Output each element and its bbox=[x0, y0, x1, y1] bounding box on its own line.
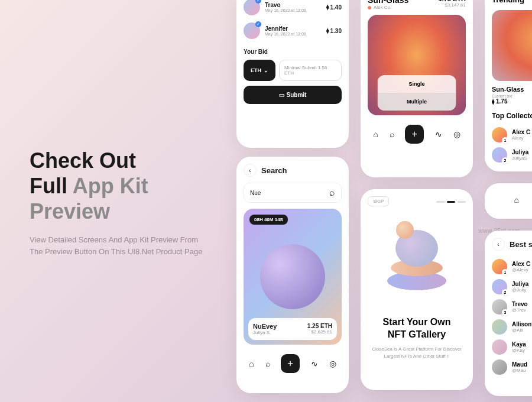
profile-icon[interactable]: ◎ bbox=[329, 359, 336, 368]
best-sellers-screen: ‹ Best sellers 1Alex C@Alexy 2Juliya@Jul… bbox=[485, 231, 532, 396]
collector-row[interactable]: 1 Alex CAlexy bbox=[492, 125, 532, 145]
item-title: Sun-Glass bbox=[368, 0, 408, 5]
nft-author: Juliya S. bbox=[253, 330, 277, 335]
hero-title: Check Out Full App Kit Preview bbox=[30, 148, 213, 225]
author-dot-icon bbox=[368, 6, 371, 9]
search-icon[interactable]: ⌕ bbox=[265, 359, 270, 368]
seller-handle: @Alli bbox=[512, 328, 531, 333]
seller-row[interactable]: Allison@Alli bbox=[492, 317, 532, 337]
submit-button[interactable]: ▭Submit bbox=[244, 86, 342, 104]
seller-name: Maud bbox=[512, 361, 527, 368]
seller-handle: @Kay bbox=[512, 348, 526, 353]
detail-screen: Sun-Glass Alex Co. 1.75 ETH $3,147.61 Si… bbox=[361, 0, 473, 177]
nft-name: NuEvey bbox=[253, 323, 277, 330]
menu-multiple[interactable]: Multiple bbox=[378, 93, 456, 111]
activity-icon[interactable]: ∿ bbox=[311, 359, 318, 368]
search-icon: ⌕ bbox=[329, 187, 335, 198]
rank-badge: 3 bbox=[502, 309, 508, 316]
page-title: Search bbox=[261, 166, 287, 175]
bid-amount-input[interactable]: Minimal Submit 1.56 ETH bbox=[279, 60, 342, 81]
collector-name: Alex C bbox=[512, 129, 530, 135]
tabbar-screen: ⌂ ⌕ bbox=[485, 183, 532, 219]
home-icon[interactable]: ⌂ bbox=[373, 129, 378, 139]
seller-row[interactable]: 2Juliya@Juliy bbox=[492, 277, 532, 297]
page-dot bbox=[447, 201, 455, 203]
search-box[interactable]: ⌕ bbox=[244, 183, 342, 203]
bid-price: ⧫1.30 bbox=[326, 28, 342, 34]
avatar-icon bbox=[492, 319, 507, 335]
seller-name: Alex C bbox=[512, 261, 530, 267]
seller-handle: @Alexy bbox=[512, 267, 530, 273]
menu-single[interactable]: Single bbox=[378, 75, 456, 93]
hero-subtitle: View Detailed Screens And App Kit Previe… bbox=[30, 234, 213, 259]
add-button[interactable]: + bbox=[281, 354, 300, 373]
seller-handle: @Juliy bbox=[512, 287, 528, 293]
onboarding-illustration bbox=[368, 212, 466, 307]
hero-copy: Check Out Full App Kit Preview View Deta… bbox=[30, 148, 213, 258]
bid-price: ⧫1.40 bbox=[326, 4, 342, 11]
avatar-icon bbox=[244, 22, 260, 39]
trending-item-name: Sun-Glass bbox=[492, 86, 532, 93]
bid-date: May 16, 2022 at 12:08 bbox=[265, 32, 322, 36]
page-title: Best sellers bbox=[510, 240, 532, 249]
seller-row[interactable]: 3Trevo@Trev bbox=[492, 297, 532, 317]
seller-handle: @Mau bbox=[512, 368, 527, 373]
bid-screen: Travo May 16, 2022 at 12:08 ⧫1.40 Jennif… bbox=[236, 0, 349, 148]
item-author: Alex Co. bbox=[368, 5, 408, 10]
section-title: Trending bbox=[492, 0, 532, 4]
onboarding-subtitle: CloseSea Is A Great Platform For Discove… bbox=[368, 346, 466, 360]
seller-name: Trevo bbox=[512, 301, 528, 307]
rank-badge: 2 bbox=[502, 157, 508, 164]
collector-handle: JuliyaS bbox=[512, 155, 528, 161]
search-icon[interactable]: ⌕ bbox=[390, 129, 394, 139]
rank-badge: 1 bbox=[502, 269, 508, 275]
nft-artwork bbox=[260, 244, 325, 309]
add-button[interactable]: + bbox=[405, 125, 424, 144]
wallet-icon: ▭ bbox=[279, 92, 284, 98]
bid-row: Jennifer May 16, 2022 at 12:08 ⧫1.30 bbox=[244, 19, 342, 43]
currency-select[interactable]: ETH⌄ bbox=[244, 60, 275, 81]
avatar-icon bbox=[244, 0, 260, 15]
search-screen: ‹ Search ⌕ 08H 40M 14S NuEvey Juliya S. … bbox=[236, 157, 349, 393]
seller-handle: @Trev bbox=[512, 307, 528, 313]
page-dot bbox=[458, 201, 466, 203]
seller-row[interactable]: 1Alex C@Alexy bbox=[492, 257, 532, 277]
section-title: Top Collectors bbox=[492, 112, 532, 120]
avatar-icon: 1 bbox=[492, 127, 507, 142]
avatar-icon bbox=[492, 359, 507, 375]
bid-name: Travo bbox=[265, 2, 322, 8]
home-icon[interactable]: ⌂ bbox=[514, 195, 518, 205]
seller-row[interactable]: Maud@Mau bbox=[492, 357, 532, 377]
search-input[interactable] bbox=[250, 190, 329, 196]
skip-button[interactable]: SKIP bbox=[368, 196, 389, 206]
activity-icon[interactable]: ∿ bbox=[435, 129, 442, 139]
back-button[interactable]: ‹ bbox=[492, 238, 505, 251]
avatar-icon: 2 bbox=[492, 147, 507, 163]
page-dot bbox=[436, 201, 445, 203]
tab-bar: ⌂ ⌕ + ∿ ◎ bbox=[368, 120, 466, 148]
nft-price-usd: $2,625.61 bbox=[307, 329, 332, 335]
profile-icon[interactable]: ◎ bbox=[453, 129, 460, 139]
item-artwork: Single Multiple bbox=[368, 15, 466, 115]
avatar-icon: 2 bbox=[492, 279, 507, 294]
rank-badge: 1 bbox=[502, 137, 508, 144]
bid-label: Current bid bbox=[492, 94, 532, 98]
tab-bar: ⌂ ⌕ bbox=[492, 190, 532, 209]
bid-date: May 16, 2022 at 12:08 bbox=[265, 8, 322, 12]
trending-screen: Trending Sun-Glass Current bid ⧫1.75 Top… bbox=[485, 0, 532, 171]
back-button[interactable]: ‹ bbox=[244, 164, 257, 177]
countdown-timer: 08H 40M 14S bbox=[249, 215, 288, 225]
avatar-icon: 1 bbox=[492, 259, 507, 274]
chevron-down-icon: ⌄ bbox=[264, 67, 268, 73]
nft-card[interactable]: 08H 40M 14S NuEvey Juliya S. 1.25 ETH $2… bbox=[244, 209, 342, 345]
collector-name: Juliya bbox=[512, 149, 528, 155]
trending-card[interactable] bbox=[492, 10, 532, 81]
avatar-icon bbox=[492, 339, 507, 355]
create-menu: Single Multiple bbox=[378, 75, 456, 111]
your-bid-label: Your Bid bbox=[244, 48, 342, 55]
home-icon[interactable]: ⌂ bbox=[249, 359, 254, 368]
collector-row[interactable]: 2 JuliyaJuliyaS bbox=[492, 145, 532, 165]
collector-handle: Alexy bbox=[512, 135, 530, 141]
tab-bar: ⌂ ⌕ + ∿ ◎ bbox=[244, 349, 342, 378]
seller-row[interactable]: Kaya@Kay bbox=[492, 337, 532, 357]
